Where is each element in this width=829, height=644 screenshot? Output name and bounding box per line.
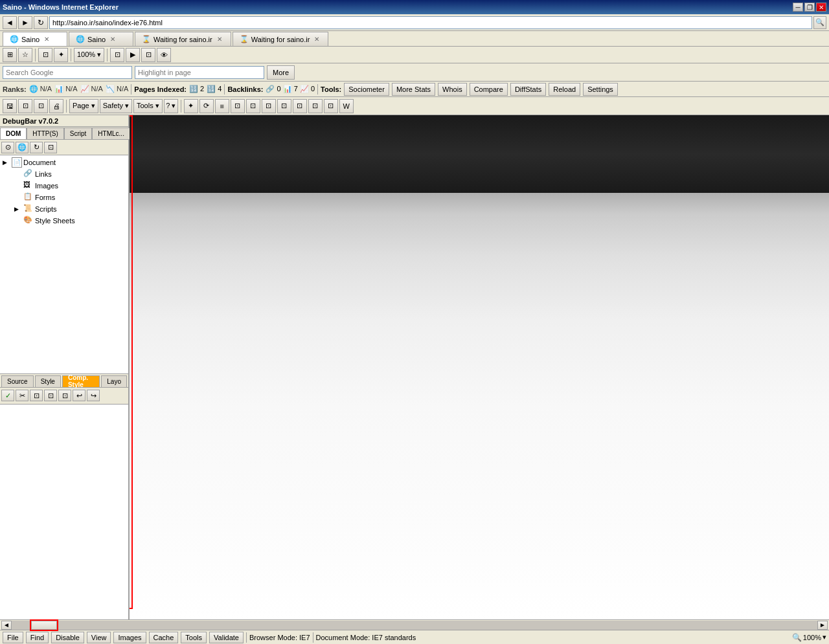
tools-btn-10[interactable]: ⊡ [262,99,276,113]
debug-tab-style[interactable]: Style [35,375,61,387]
tools-btn-8[interactable]: ⊡ [231,99,245,113]
zoom-dropdown[interactable]: 100% ▾ [74,48,104,62]
tools-btn-9[interactable]: ⊡ [246,99,260,113]
zoom-level: 100% [803,634,821,641]
view-button[interactable]: View [87,632,111,643]
zoom-control[interactable]: 🔍 100% ▾ [792,633,826,642]
backlinks-count: 🔗 0 📊 7 📈 0 [266,85,315,93]
find-button[interactable]: Find [26,632,49,643]
file-menu-button[interactable]: File [3,632,23,643]
cache-button[interactable]: Cache [149,632,179,643]
tab-saino-2[interactable]: 🌐 Saino ✕ [69,32,133,46]
debug-tool-1[interactable]: ⊙ [1,142,14,153]
tab-saino-1[interactable]: 🌐 Saino ✕ [3,32,67,46]
tab-waiting-1[interactable]: ⌛ Waiting for saino.ir ✕ [135,32,231,46]
debug-tab-script[interactable]: Script [64,128,93,139]
tree-item-document[interactable]: ▶ 📄 Document [1,157,127,168]
tools-btn-print[interactable]: 🖨 [49,99,63,113]
toolbar-btn-1[interactable]: ⊞ [3,48,17,62]
minimize-button[interactable]: ─ [793,3,803,12]
scroll-thumb[interactable] [31,621,57,630]
more-stats-button[interactable]: More Stats [392,83,435,96]
action-btn-redo[interactable]: ↪ [87,390,100,401]
tools-btn-6[interactable]: ⟳ [199,99,214,113]
tools-btn-2[interactable]: ⊡ [18,99,32,113]
address-search-icon[interactable]: 🔍 [813,16,826,29]
tools-btn-14[interactable]: ⊡ [324,99,338,113]
tree-item-stylesheets[interactable]: 🎨 Style Sheets [1,215,127,227]
scroll-right-arrow[interactable]: ► [817,621,828,630]
status-bar: File Find Disable View Images Cache Tool… [0,630,829,644]
action-btn-copy[interactable]: ⊡ [30,390,43,401]
action-btn-paste[interactable]: ⊡ [44,390,57,401]
help-dropdown[interactable]: ? ▾ [164,99,178,113]
toolbar-btn-6[interactable]: ▶ [126,48,140,62]
tools-btn-1[interactable]: 🖫 [3,99,17,113]
tools-dropdown[interactable]: Tools ▾ [133,99,163,113]
reload-button[interactable]: Reload [549,83,580,96]
debug-tab-compstyle[interactable]: Comp. Style [62,375,100,387]
sociometer-button[interactable]: Sociometer [344,83,389,96]
status-tools-button[interactable]: Tools [181,632,207,643]
more-button[interactable]: More [267,65,295,80]
tab-close-4[interactable]: ✕ [312,35,321,44]
tree-item-images[interactable]: 🖼 Images [1,180,127,192]
toolbar-btn-8[interactable]: 👁 [157,48,171,62]
tree-toggle-scripts[interactable]: ▶ [14,206,23,212]
tools-btn-11[interactable]: ⊡ [277,99,291,113]
scroll-track[interactable] [12,621,817,630]
tab-close-1[interactable]: ✕ [42,35,51,44]
title-bar: Saino - Windows Internet Explorer ─ ❐ ✕ [0,0,829,14]
tools-btn-12[interactable]: ⊡ [293,99,307,113]
rank-item-1: 🌐 N/A [29,85,52,93]
debug-tab-htmlc[interactable]: HTMLc... [92,128,130,139]
action-btn-cut[interactable]: ✂ [16,390,28,401]
tools-btn-13[interactable]: ⊡ [308,99,323,113]
debug-tool-2[interactable]: 🌐 [16,142,28,153]
highlight-in-page-input[interactable] [135,66,264,79]
tree-item-links[interactable]: 🔗 Links [1,168,127,180]
images-button[interactable]: Images [113,632,146,643]
backlinks-label: Backlinks: [227,85,263,93]
page-dropdown[interactable]: Page ▾ [69,99,98,113]
whois-button[interactable]: Whois [438,83,467,96]
tab-waiting-2[interactable]: ⌛ Waiting for saino.ir ✕ [233,32,329,46]
tools-btn-7[interactable]: ≡ [215,99,229,113]
debug-tab-source[interactable]: Source [1,375,34,387]
debug-tool-3[interactable]: ↻ [30,142,43,153]
tab-close-2[interactable]: ✕ [108,35,117,44]
search-google-input[interactable] [3,66,132,79]
compare-button[interactable]: Compare [470,83,508,96]
tools-btn-5[interactable]: ✦ [184,99,198,113]
diffstats-button[interactable]: DiffStats [510,83,546,96]
debug-tab-dom[interactable]: DOM [0,128,27,139]
tab-close-3[interactable]: ✕ [215,35,224,44]
toolbar-btn-5[interactable]: ⊡ [110,48,124,62]
toolbar-btn-3[interactable]: ⊡ [38,48,52,62]
scroll-left-arrow[interactable]: ◄ [1,621,12,630]
toolbar-btn-4[interactable]: ✦ [54,48,68,62]
tree-item-scripts[interactable]: ▶ 📜 Scripts [1,203,127,215]
action-btn-check[interactable]: ✓ [1,390,14,401]
back-button[interactable]: ◄ [3,16,17,29]
debug-tab-http[interactable]: HTTP(S) [27,128,63,139]
refresh-button[interactable]: ↻ [34,16,48,29]
action-btn-undo[interactable]: ↩ [73,390,85,401]
disable-button[interactable]: Disable [51,632,84,643]
action-btn-5[interactable]: ⊡ [58,390,71,401]
settings-button[interactable]: Settings [583,83,618,96]
tools-btn-3[interactable]: ⊡ [34,99,48,113]
restore-button[interactable]: ❐ [804,3,815,12]
debug-tab-layout[interactable]: Layo [101,375,127,387]
forward-button[interactable]: ► [18,16,32,29]
tools-btn-w[interactable]: W [339,99,354,113]
safety-dropdown[interactable]: Safety ▾ [100,99,132,113]
debug-tool-4[interactable]: ⊡ [44,142,57,153]
toolbar-btn-7[interactable]: ⊡ [141,48,155,62]
toolbar-btn-2[interactable]: ☆ [18,48,32,62]
address-input[interactable] [49,16,812,29]
tree-toggle-document[interactable]: ▶ [3,159,12,166]
validate-button[interactable]: Validate [209,632,244,643]
tree-item-forms[interactable]: 📋 Forms [1,192,127,203]
close-button[interactable]: ✕ [816,3,826,12]
